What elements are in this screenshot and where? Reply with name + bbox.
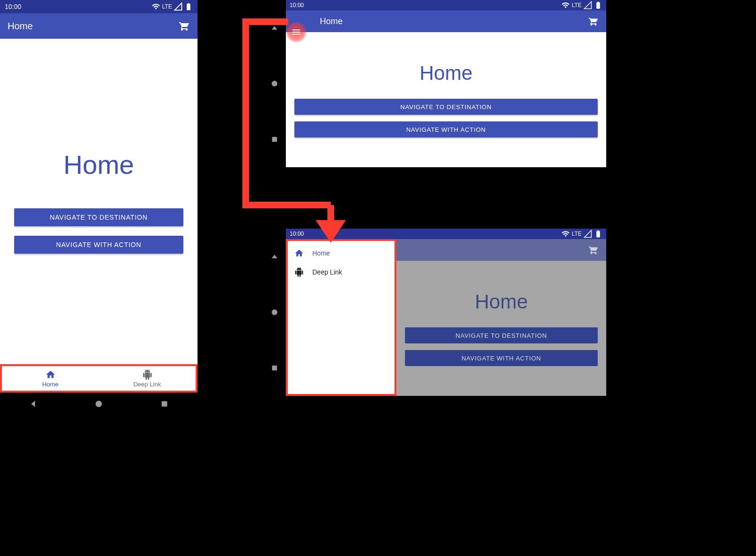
status-icons: LTE	[561, 1, 602, 9]
home-system-icon[interactable]	[94, 399, 103, 409]
signal-icon	[584, 230, 592, 238]
page-heading: Home	[63, 149, 134, 180]
drawer-item-home[interactable]: Home	[288, 244, 395, 263]
status-bar: 10:00 LTE	[0, 0, 198, 13]
network-label: LTE	[572, 231, 582, 237]
bottom-nav-label: Home	[42, 381, 59, 388]
back-icon[interactable]	[270, 252, 279, 261]
battery-icon	[184, 2, 193, 11]
phone-content: Home NAVIGATE TO DESTINATION NAVIGATE WI…	[0, 39, 198, 364]
signal-icon	[584, 1, 592, 9]
home-system-icon[interactable]	[270, 308, 279, 316]
cart-icon	[588, 245, 599, 255]
phone-portrait-screen: 10:00 LTE Home Home NAVIGATE TO DESTINAT…	[0, 0, 198, 393]
flow-arrow-icon	[236, 16, 359, 243]
cart-icon[interactable]	[179, 20, 190, 32]
svg-point-0	[95, 401, 102, 407]
wifi-icon	[152, 2, 160, 11]
drawer-item-deep-link[interactable]: Deep Link	[288, 263, 395, 282]
battery-icon	[594, 230, 602, 238]
android-icon	[142, 369, 153, 380]
svg-point-4	[272, 309, 277, 315]
app-bar-title: Home	[8, 21, 169, 32]
network-label: LTE	[572, 2, 582, 9]
status-icons: LTE	[152, 2, 193, 11]
status-icons: LTE	[561, 230, 602, 238]
cart-icon[interactable]	[588, 16, 599, 26]
home-icon	[45, 369, 56, 380]
navigation-drawer: Home Deep Link	[286, 239, 396, 396]
navigate-destination-button: NAVIGATE TO DESTINATION	[405, 327, 598, 343]
battery-icon	[594, 1, 602, 9]
wifi-icon	[561, 1, 570, 9]
tablet-screen: 10:00 LTE Home NAVIGATE TO DESTINATION N…	[286, 229, 606, 396]
navigate-action-button: NAVIGATE WITH ACTION	[405, 350, 598, 366]
signal-icon	[174, 2, 182, 11]
navigate-destination-button[interactable]: NAVIGATE TO DESTINATION	[14, 208, 183, 226]
bottom-nav-label: Deep Link	[133, 381, 161, 388]
page-heading: Home	[475, 291, 528, 313]
back-icon[interactable]	[28, 399, 38, 409]
clock-text: 10:00	[5, 3, 21, 10]
system-nav-bar-vertical	[263, 229, 286, 396]
tablet-landscape-bottom: 10:00 LTE Home NAVIGATE TO DESTINATION N…	[263, 229, 606, 396]
page-heading: Home	[420, 62, 472, 85]
tablet-content-dim: Home NAVIGATE TO DESTINATION NAVIGATE WI…	[396, 261, 606, 396]
recents-icon[interactable]	[160, 399, 169, 409]
network-label: LTE	[162, 3, 172, 10]
navigate-action-button[interactable]: NAVIGATE WITH ACTION	[14, 236, 183, 254]
svg-rect-5	[272, 366, 277, 371]
bottom-nav-home[interactable]: Home	[2, 366, 99, 391]
app-bar: Home	[0, 13, 198, 39]
system-nav-bar	[0, 393, 198, 415]
svg-marker-6	[316, 220, 346, 243]
bottom-navigation: Home Deep Link	[0, 364, 198, 393]
status-bar: 10:00 LTE	[286, 0, 606, 10]
wifi-icon	[561, 230, 570, 238]
android-icon	[294, 267, 304, 277]
drawer-item-label: Home	[312, 249, 330, 257]
home-icon	[294, 248, 304, 258]
svg-rect-1	[162, 401, 167, 407]
recents-icon[interactable]	[270, 364, 279, 372]
clock-text: 10:00	[290, 2, 304, 9]
drawer-item-label: Deep Link	[312, 268, 342, 276]
bottom-nav-deep-link[interactable]: Deep Link	[99, 366, 196, 391]
